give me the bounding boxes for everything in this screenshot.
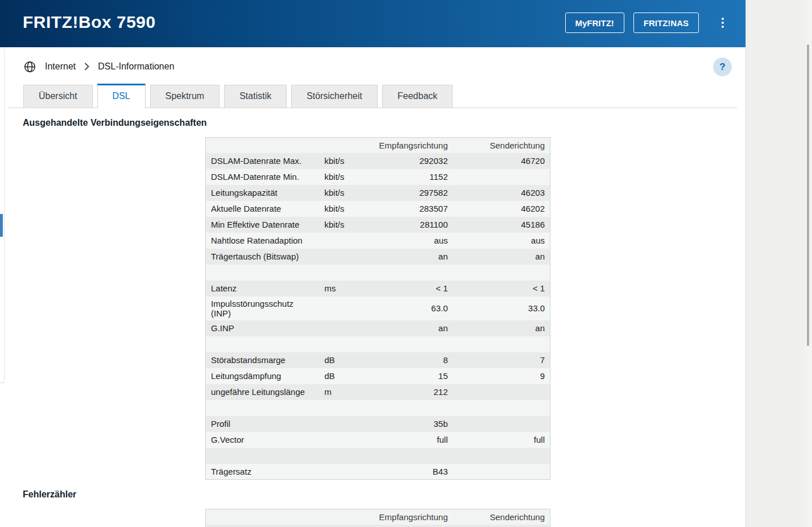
tab-dsl[interactable]: DSL: [97, 84, 146, 108]
row-rx-value: an: [359, 320, 453, 336]
tab-uebersicht[interactable]: Übersicht: [23, 85, 93, 108]
row-tx-value: [453, 336, 550, 352]
row-tx-value: [453, 384, 550, 400]
table-row: Impulsstörungsschutz (INP)63.033.0: [206, 297, 550, 320]
table-row: Nahtlose Ratenadaptionausaus: [206, 233, 550, 249]
row-unit: kbit/s: [320, 201, 359, 217]
tab-bar: Übersicht DSL Spektrum Statistik Störsic…: [9, 84, 737, 108]
row-tx-value: an: [453, 249, 550, 265]
row-tx-value: < 1: [453, 281, 550, 297]
row-tx-value: [453, 448, 550, 464]
row-rx-value: [359, 336, 453, 352]
table-header-row: Empfangsrichtung Senderichtung: [206, 509, 550, 525]
row-rx-value: 292032: [359, 153, 453, 169]
row-rx-value: full: [359, 432, 453, 448]
kebab-menu-icon[interactable]: [719, 15, 726, 30]
globe-icon: [24, 61, 36, 73]
help-button[interactable]: ?: [713, 57, 732, 76]
table-spacer-row: [206, 400, 550, 416]
row-unit: [320, 400, 359, 416]
table-row: Latenzms< 1< 1: [206, 281, 550, 297]
table-header-row: Empfangsrichtung Senderichtung: [206, 138, 550, 153]
table-row: Profil35b: [206, 416, 550, 432]
table-row: G.INPanan: [206, 320, 550, 336]
page-gutter: [745, 0, 812, 527]
row-rx-value: [359, 525, 453, 527]
header-tx-col: Senderichtung: [453, 509, 550, 525]
row-label: Nahtlose Ratenadaption: [206, 233, 320, 249]
row-tx-value: aus: [453, 233, 550, 249]
scrollbar-thumb[interactable]: [807, 44, 809, 346]
row-rx-value: 281100: [359, 217, 453, 233]
chevron-right-icon: [84, 63, 89, 71]
table-spacer-row: [206, 525, 550, 527]
row-rx-value: 1152: [359, 169, 453, 185]
connection-properties-table: Empfangsrichtung Senderichtung DSLAM-Dat…: [205, 137, 550, 480]
scrollbar-track[interactable]: [805, 0, 812, 527]
row-tx-value: 45186: [453, 217, 550, 233]
row-label: Leitungskapazität: [206, 185, 320, 201]
myfritz-button[interactable]: MyFRITZ!: [565, 13, 624, 33]
content-left-divider-tick: [0, 382, 4, 383]
row-label: DSLAM-Datenrate Min.: [206, 169, 320, 185]
table-row: DSLAM-Datenrate Min.kbit/s1152: [206, 169, 550, 185]
table-row: Aktuelle Datenratekbit/s28350746202: [206, 201, 550, 217]
table-row: Trägertausch (Bitswap)anan: [206, 249, 550, 265]
row-rx-value: < 1: [359, 281, 453, 297]
header-label-col: [206, 138, 320, 153]
row-tx-value: 46203: [453, 185, 550, 201]
row-unit: kbit/s: [320, 185, 359, 201]
row-unit: [320, 432, 359, 448]
breadcrumb-internet[interactable]: Internet: [45, 61, 76, 72]
header-unit-col: [320, 138, 359, 153]
row-unit: [320, 265, 359, 281]
row-label: [206, 448, 320, 464]
table-row: DSLAM-Datenrate Max.kbit/s29203246720: [206, 153, 550, 169]
row-rx-value: B43: [359, 464, 453, 480]
row-label: G.Vector: [206, 432, 320, 448]
row-unit: kbit/s: [320, 169, 359, 185]
row-rx-value: 35b: [359, 416, 453, 432]
row-label: Min Effektive Datenrate: [206, 217, 320, 233]
row-tx-value: [453, 464, 550, 480]
app-header: FRITZ!Box 7590 MyFRITZ! FRITZ!NAS: [0, 0, 745, 47]
table-row: LeitungsdämpfungdB159: [206, 368, 550, 384]
row-tx-value: [453, 400, 550, 416]
row-unit: dB: [320, 352, 359, 368]
row-unit: [320, 297, 359, 320]
row-tx-value: 46720: [453, 153, 550, 169]
row-rx-value: 283507: [359, 201, 453, 217]
row-unit: [320, 464, 359, 480]
row-label: Profil: [206, 416, 320, 432]
tab-feedback[interactable]: Feedback: [382, 85, 453, 108]
row-unit: [320, 336, 359, 352]
tab-spektrum[interactable]: Spektrum: [150, 85, 219, 108]
row-unit: m: [320, 384, 359, 400]
tab-statistik[interactable]: Statistik: [224, 85, 287, 108]
row-unit: [320, 416, 359, 432]
header-tx-col: Senderichtung: [453, 138, 550, 153]
row-unit: kbit/s: [320, 153, 359, 169]
row-unit: [320, 249, 359, 265]
table-spacer-row: [206, 336, 550, 352]
sidebar-handle[interactable]: [0, 214, 3, 237]
row-rx-value: 297582: [359, 185, 453, 201]
row-rx-value: 212: [359, 384, 453, 400]
row-label: [206, 336, 320, 352]
tab-stoersicherheit[interactable]: Störsicherheit: [291, 85, 378, 108]
app-title: FRITZ!Box 7590: [23, 13, 156, 32]
row-rx-value: 63.0: [359, 297, 453, 320]
fritznas-button[interactable]: FRITZ!NAS: [633, 13, 699, 33]
row-unit: [320, 320, 359, 336]
row-tx-value: 46202: [453, 201, 550, 217]
row-tx-value: [453, 169, 550, 185]
row-unit: ms: [320, 281, 359, 297]
row-rx-value: [359, 448, 453, 464]
row-label: Latenz: [206, 281, 320, 297]
row-rx-value: [359, 265, 453, 281]
row-label: Störabstandsmarge: [206, 352, 320, 368]
row-tx-value: 33.0: [453, 297, 550, 320]
row-rx-value: [359, 400, 453, 416]
row-label: Impulsstörungsschutz (INP): [206, 297, 320, 320]
row-label: [206, 265, 320, 281]
